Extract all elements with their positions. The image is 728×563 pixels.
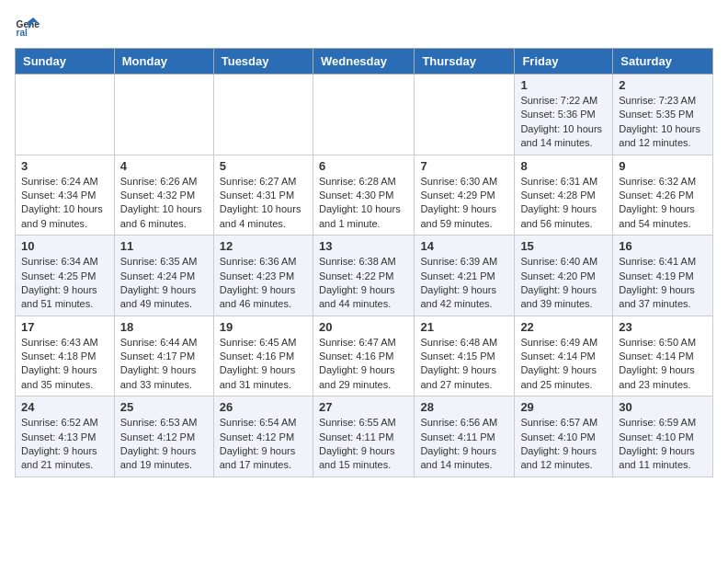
day-number: 14 [420, 239, 508, 253]
calendar-cell: 27Sunrise: 6:55 AM Sunset: 4:11 PM Dayli… [313, 396, 414, 477]
calendar-body: 1Sunrise: 7:22 AM Sunset: 5:36 PM Daylig… [16, 75, 713, 477]
day-info: Sunrise: 6:50 AM Sunset: 4:14 PM Dayligh… [619, 336, 707, 393]
calendar-cell: 4Sunrise: 6:26 AM Sunset: 4:32 PM Daylig… [114, 155, 213, 236]
calendar-week-5: 24Sunrise: 6:52 AM Sunset: 4:13 PM Dayli… [16, 396, 713, 477]
day-number: 26 [220, 400, 307, 414]
day-number: 2 [619, 78, 707, 92]
day-number: 22 [520, 320, 607, 334]
day-info: Sunrise: 6:38 AM Sunset: 4:22 PM Dayligh… [319, 255, 408, 312]
day-info: Sunrise: 6:30 AM Sunset: 4:29 PM Dayligh… [420, 175, 508, 232]
day-header-saturday: Saturday [613, 49, 713, 75]
day-number: 15 [520, 239, 607, 253]
calendar-cell: 29Sunrise: 6:57 AM Sunset: 4:10 PM Dayli… [515, 396, 613, 477]
calendar-cell: 11Sunrise: 6:35 AM Sunset: 4:24 PM Dayli… [114, 236, 213, 316]
calendar-cell: 7Sunrise: 6:30 AM Sunset: 4:29 PM Daylig… [415, 155, 515, 236]
calendar-cell: 6Sunrise: 6:28 AM Sunset: 4:30 PM Daylig… [313, 155, 414, 236]
page-header: Gene ral [15, 15, 713, 40]
day-info: Sunrise: 6:26 AM Sunset: 4:32 PM Dayligh… [120, 175, 208, 232]
day-info: Sunrise: 6:28 AM Sunset: 4:30 PM Dayligh… [319, 175, 408, 232]
day-info: Sunrise: 6:27 AM Sunset: 4:31 PM Dayligh… [220, 175, 307, 232]
calendar-week-3: 10Sunrise: 6:34 AM Sunset: 4:25 PM Dayli… [16, 236, 713, 316]
day-info: Sunrise: 6:47 AM Sunset: 4:16 PM Dayligh… [319, 336, 408, 393]
calendar-cell: 1Sunrise: 7:22 AM Sunset: 5:36 PM Daylig… [515, 75, 613, 155]
calendar-week-2: 3Sunrise: 6:24 AM Sunset: 4:34 PM Daylig… [16, 155, 713, 236]
day-number: 6 [319, 159, 408, 173]
calendar-cell: 22Sunrise: 6:49 AM Sunset: 4:14 PM Dayli… [515, 316, 613, 396]
day-number: 1 [520, 78, 607, 92]
logo: Gene ral [15, 15, 44, 40]
day-number: 13 [319, 239, 408, 253]
calendar-cell: 21Sunrise: 6:48 AM Sunset: 4:15 PM Dayli… [415, 316, 515, 396]
day-info: Sunrise: 6:40 AM Sunset: 4:20 PM Dayligh… [520, 255, 607, 312]
calendar-cell [415, 75, 515, 155]
calendar-cell: 25Sunrise: 6:53 AM Sunset: 4:12 PM Dayli… [114, 396, 213, 477]
day-number: 27 [319, 400, 408, 414]
calendar-cell: 14Sunrise: 6:39 AM Sunset: 4:21 PM Dayli… [415, 236, 515, 316]
day-number: 23 [619, 320, 707, 334]
day-info: Sunrise: 6:32 AM Sunset: 4:26 PM Dayligh… [619, 175, 707, 232]
day-number: 9 [619, 159, 707, 173]
day-header-wednesday: Wednesday [313, 49, 414, 75]
calendar-cell: 23Sunrise: 6:50 AM Sunset: 4:14 PM Dayli… [613, 316, 713, 396]
calendar-cell: 9Sunrise: 6:32 AM Sunset: 4:26 PM Daylig… [613, 155, 713, 236]
day-number: 7 [420, 159, 508, 173]
day-info: Sunrise: 6:49 AM Sunset: 4:14 PM Dayligh… [520, 336, 607, 393]
calendar-cell: 8Sunrise: 6:31 AM Sunset: 4:28 PM Daylig… [515, 155, 613, 236]
calendar-cell: 24Sunrise: 6:52 AM Sunset: 4:13 PM Dayli… [16, 396, 115, 477]
calendar-cell: 17Sunrise: 6:43 AM Sunset: 4:18 PM Dayli… [16, 316, 115, 396]
calendar-cell: 3Sunrise: 6:24 AM Sunset: 4:34 PM Daylig… [16, 155, 115, 236]
calendar-cell: 28Sunrise: 6:56 AM Sunset: 4:11 PM Dayli… [415, 396, 515, 477]
day-number: 18 [120, 320, 208, 334]
day-header-monday: Monday [114, 49, 213, 75]
day-info: Sunrise: 7:23 AM Sunset: 5:35 PM Dayligh… [619, 94, 707, 151]
calendar-cell [114, 75, 213, 155]
day-number: 21 [420, 320, 508, 334]
day-info: Sunrise: 6:56 AM Sunset: 4:11 PM Dayligh… [420, 416, 508, 473]
calendar-cell: 26Sunrise: 6:54 AM Sunset: 4:12 PM Dayli… [213, 396, 313, 477]
calendar-table: SundayMondayTuesdayWednesdayThursdayFrid… [15, 48, 713, 477]
calendar-week-1: 1Sunrise: 7:22 AM Sunset: 5:36 PM Daylig… [16, 75, 713, 155]
day-info: Sunrise: 6:41 AM Sunset: 4:19 PM Dayligh… [619, 255, 707, 312]
day-info: Sunrise: 6:43 AM Sunset: 4:18 PM Dayligh… [21, 336, 108, 393]
day-number: 5 [220, 159, 307, 173]
day-info: Sunrise: 6:57 AM Sunset: 4:10 PM Dayligh… [520, 416, 607, 473]
day-number: 11 [120, 239, 208, 253]
day-info: Sunrise: 6:34 AM Sunset: 4:25 PM Dayligh… [21, 255, 108, 312]
calendar-cell [16, 75, 115, 155]
day-info: Sunrise: 6:45 AM Sunset: 4:16 PM Dayligh… [220, 336, 307, 393]
day-info: Sunrise: 6:48 AM Sunset: 4:15 PM Dayligh… [420, 336, 508, 393]
day-number: 25 [120, 400, 208, 414]
calendar-cell: 15Sunrise: 6:40 AM Sunset: 4:20 PM Dayli… [515, 236, 613, 316]
day-number: 28 [420, 400, 508, 414]
day-number: 30 [619, 400, 707, 414]
day-info: Sunrise: 6:31 AM Sunset: 4:28 PM Dayligh… [520, 175, 607, 232]
day-number: 29 [520, 400, 607, 414]
calendar-cell: 16Sunrise: 6:41 AM Sunset: 4:19 PM Dayli… [613, 236, 713, 316]
day-info: Sunrise: 6:24 AM Sunset: 4:34 PM Dayligh… [21, 175, 108, 232]
calendar-cell: 2Sunrise: 7:23 AM Sunset: 5:35 PM Daylig… [613, 75, 713, 155]
calendar-cell: 10Sunrise: 6:34 AM Sunset: 4:25 PM Dayli… [16, 236, 115, 316]
day-number: 24 [21, 400, 108, 414]
day-number: 4 [120, 159, 208, 173]
day-number: 20 [319, 320, 408, 334]
calendar-header-row: SundayMondayTuesdayWednesdayThursdayFrid… [16, 49, 713, 75]
day-number: 12 [220, 239, 307, 253]
day-header-sunday: Sunday [16, 49, 115, 75]
day-info: Sunrise: 6:59 AM Sunset: 4:10 PM Dayligh… [619, 416, 707, 473]
calendar-week-4: 17Sunrise: 6:43 AM Sunset: 4:18 PM Dayli… [16, 316, 713, 396]
day-info: Sunrise: 6:53 AM Sunset: 4:12 PM Dayligh… [120, 416, 208, 473]
calendar-cell: 18Sunrise: 6:44 AM Sunset: 4:17 PM Dayli… [114, 316, 213, 396]
calendar-cell: 5Sunrise: 6:27 AM Sunset: 4:31 PM Daylig… [213, 155, 313, 236]
day-info: Sunrise: 6:39 AM Sunset: 4:21 PM Dayligh… [420, 255, 508, 312]
calendar-cell: 13Sunrise: 6:38 AM Sunset: 4:22 PM Dayli… [313, 236, 414, 316]
day-header-tuesday: Tuesday [213, 49, 313, 75]
day-info: Sunrise: 6:44 AM Sunset: 4:17 PM Dayligh… [120, 336, 208, 393]
day-number: 19 [220, 320, 307, 334]
calendar-cell: 19Sunrise: 6:45 AM Sunset: 4:16 PM Dayli… [213, 316, 313, 396]
day-number: 8 [520, 159, 607, 173]
day-info: Sunrise: 6:52 AM Sunset: 4:13 PM Dayligh… [21, 416, 108, 473]
svg-text:ral: ral [17, 28, 28, 38]
day-info: Sunrise: 6:36 AM Sunset: 4:23 PM Dayligh… [220, 255, 307, 312]
day-header-friday: Friday [515, 49, 613, 75]
day-info: Sunrise: 6:54 AM Sunset: 4:12 PM Dayligh… [220, 416, 307, 473]
